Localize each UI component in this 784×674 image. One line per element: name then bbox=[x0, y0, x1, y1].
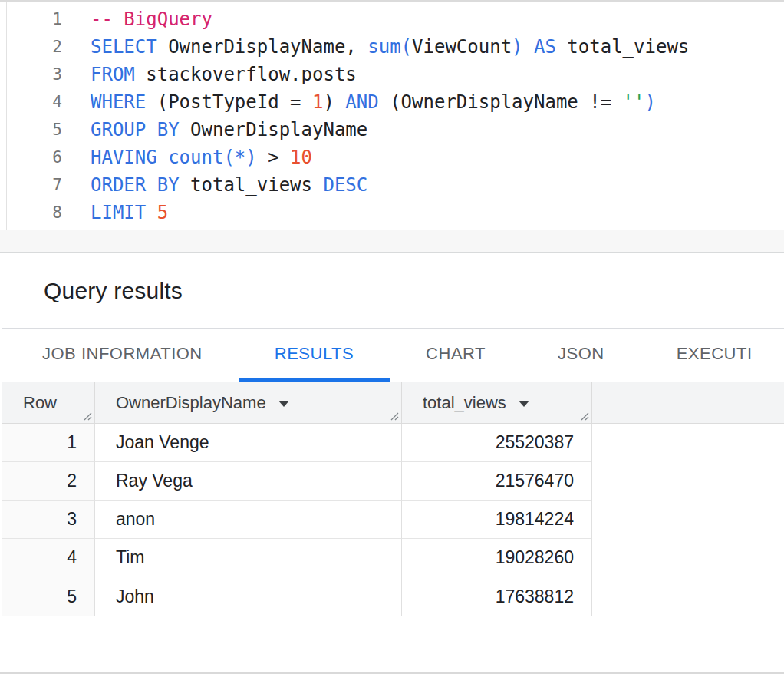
tab-label: JSON bbox=[558, 344, 604, 364]
column-label: Row bbox=[23, 393, 57, 413]
code-token: > bbox=[257, 147, 290, 168]
column-header-ownerdisplayname: OwnerDisplayName bbox=[94, 382, 401, 423]
line-number: 7 bbox=[7, 171, 62, 199]
results-table-header: Row OwnerDisplayName total_views bbox=[2, 382, 784, 424]
editor-footer-strip bbox=[0, 230, 784, 253]
code-token: ORDER BY bbox=[91, 174, 180, 196]
column-label: OwnerDisplayName bbox=[116, 393, 266, 413]
code-line[interactable]: SELECT OwnerDisplayName, sum(ViewCount) … bbox=[91, 33, 784, 61]
code-token: FROM bbox=[91, 64, 135, 85]
code-token: (PostTypeId = bbox=[146, 91, 312, 113]
code-token: ) bbox=[645, 91, 656, 113]
code-token: WHERE bbox=[91, 91, 146, 113]
row-number-cell: 3 bbox=[2, 501, 94, 539]
column-menu-dropdown-icon[interactable] bbox=[519, 401, 529, 407]
table-row: 5John17638812 bbox=[2, 577, 784, 616]
line-number: 4 bbox=[7, 88, 62, 116]
code-token: stackoverflow.posts bbox=[135, 64, 357, 85]
page-title: Query results bbox=[44, 278, 183, 304]
code-token: OwnerDisplayName, bbox=[157, 36, 368, 58]
code-line[interactable]: GROUP BY OwnerDisplayName bbox=[91, 116, 784, 144]
code-token: HAVING bbox=[91, 147, 157, 168]
code-line[interactable]: LIMIT 5 bbox=[91, 199, 784, 226]
tab-job-information[interactable]: JOB INFORMATION bbox=[6, 329, 239, 382]
code-token bbox=[523, 36, 534, 58]
code-token: LIMIT bbox=[91, 202, 146, 223]
owner-name-cell: Tim bbox=[94, 539, 401, 577]
code-token: (OwnerDisplayName != bbox=[379, 91, 623, 113]
code-token: ) bbox=[323, 91, 345, 113]
total-views-cell: 19028260 bbox=[401, 539, 591, 577]
owner-name-cell: Ray Vega bbox=[94, 462, 401, 501]
total-views-cell: 19814224 bbox=[401, 501, 591, 539]
tab-chart[interactable]: CHART bbox=[390, 329, 522, 382]
tab-json[interactable]: JSON bbox=[522, 329, 641, 382]
line-number: 1 bbox=[7, 5, 62, 33]
column-menu-dropdown-icon[interactable] bbox=[278, 401, 289, 407]
query-results-header: Query results bbox=[2, 253, 784, 329]
code-token: sum( bbox=[367, 36, 412, 58]
line-number: 6 bbox=[7, 144, 62, 171]
code-line[interactable]: WHERE (PostTypeId = 1) AND (OwnerDisplay… bbox=[91, 88, 784, 116]
column-resize-handle[interactable] bbox=[81, 410, 92, 421]
results-table-body: 1Joan Venge255203872Ray Vega215764703ano… bbox=[2, 424, 784, 616]
results-tab-bar: JOB INFORMATIONRESULTSCHARTJSONEXECUTI bbox=[2, 329, 784, 382]
line-number: 2 bbox=[7, 33, 62, 61]
table-row: 3anon19814224 bbox=[2, 501, 784, 539]
code-token: -- BigQuery bbox=[91, 8, 212, 30]
tab-label: CHART bbox=[426, 344, 486, 364]
code-token: 1 bbox=[312, 91, 323, 113]
table-row: 4Tim19028260 bbox=[2, 539, 784, 577]
code-token: total_views bbox=[180, 174, 324, 196]
column-header-total-views: total_views bbox=[401, 382, 591, 423]
row-number-cell: 4 bbox=[2, 539, 94, 577]
code-token: ) bbox=[512, 36, 522, 58]
filler-cell bbox=[591, 424, 784, 462]
column-resize-handle[interactable] bbox=[578, 410, 589, 421]
filler-cell bbox=[591, 501, 784, 539]
code-line[interactable]: -- BigQuery bbox=[91, 5, 784, 33]
code-token: 5 bbox=[157, 202, 168, 223]
tab-results[interactable]: RESULTS bbox=[239, 329, 390, 382]
filler-cell bbox=[591, 462, 784, 501]
code-token: count(*) bbox=[168, 147, 257, 168]
tab-executi[interactable]: EXECUTI bbox=[641, 329, 784, 382]
total-views-cell: 17638812 bbox=[401, 577, 591, 616]
owner-name-cell: John bbox=[94, 577, 401, 616]
code-token: 10 bbox=[290, 147, 312, 168]
tab-label: RESULTS bbox=[275, 344, 354, 364]
row-number-cell: 1 bbox=[2, 424, 94, 462]
code-token: ViewCount bbox=[412, 36, 512, 58]
code-token bbox=[157, 147, 168, 168]
column-label: total_views bbox=[423, 393, 506, 413]
table-row: 2Ray Vega21576470 bbox=[2, 462, 784, 501]
code-token: SELECT bbox=[91, 36, 157, 58]
line-number: 5 bbox=[7, 116, 62, 144]
tab-label: JOB INFORMATION bbox=[42, 344, 203, 364]
row-number-cell: 2 bbox=[2, 462, 94, 501]
owner-name-cell: anon bbox=[94, 501, 401, 539]
owner-name-cell: Joan Venge bbox=[94, 424, 401, 462]
code-line[interactable]: HAVING count(*) > 10 bbox=[91, 144, 784, 171]
table-row: 1Joan Venge25520387 bbox=[2, 424, 784, 462]
editor-gutter: 12345678 bbox=[7, 5, 62, 226]
total-views-cell: 25520387 bbox=[401, 424, 591, 462]
code-token: AND bbox=[345, 91, 378, 113]
total-views-cell: 21576470 bbox=[401, 462, 591, 501]
code-token: '' bbox=[623, 91, 645, 113]
code-token bbox=[146, 202, 156, 223]
code-token: AS bbox=[534, 36, 556, 58]
bigquery-query-panel: 12345678 -- BigQuerySELECT OwnerDisplayN… bbox=[0, 0, 784, 674]
code-token: OwnerDisplayName bbox=[180, 119, 368, 140]
code-line[interactable]: ORDER BY total_views DESC bbox=[91, 171, 784, 199]
sql-editor[interactable]: 12345678 -- BigQuerySELECT OwnerDisplayN… bbox=[0, 2, 784, 230]
column-header-filler bbox=[591, 382, 784, 423]
code-area[interactable]: -- BigQuerySELECT OwnerDisplayName, sum(… bbox=[91, 5, 784, 226]
column-header-row: Row bbox=[2, 382, 94, 423]
line-number: 8 bbox=[7, 199, 62, 226]
tab-label: EXECUTI bbox=[677, 344, 753, 364]
filler-cell bbox=[591, 539, 784, 577]
filler-cell bbox=[591, 577, 784, 616]
code-line[interactable]: FROM stackoverflow.posts bbox=[91, 61, 784, 88]
column-resize-handle[interactable] bbox=[388, 410, 399, 421]
